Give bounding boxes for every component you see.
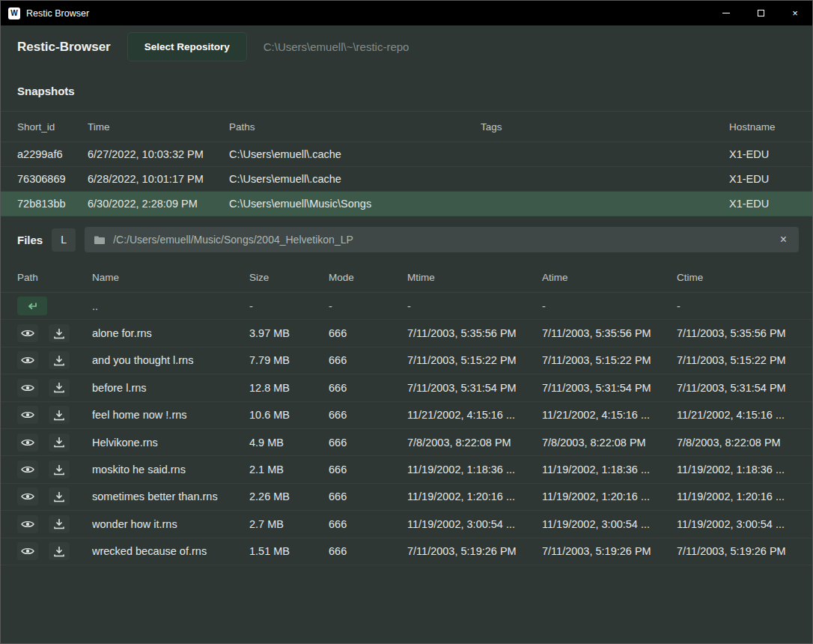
snapshot-hostname: X1-EDU [729,198,812,210]
download-file-button[interactable] [49,487,70,505]
file-atime: 7/11/2003, 5:15:22 PM [542,354,677,366]
file-size: 10.6 MB [249,409,329,421]
file-mode: 666 [329,464,407,476]
preview-file-button[interactable] [17,406,38,424]
download-icon [53,464,65,476]
file-atime: 11/21/2002, 4:15:16 ... [542,409,677,421]
file-size: - [249,300,329,312]
preview-file-button[interactable] [17,542,38,560]
folder-icon [94,235,106,245]
snapshot-row[interactable]: a2299af6 6/27/2022, 10:03:32 PM C:\Users… [1,142,812,167]
file-ctime: 11/21/2002, 4:15:16 ... [677,409,812,421]
file-mode: 666 [329,409,407,421]
preview-file-button[interactable] [17,515,38,533]
file-name: .. [92,300,249,312]
go-up-directory-button[interactable] [17,297,47,315]
eye-icon [21,355,34,365]
download-icon [53,355,65,366]
file-ctime: 11/19/2002, 1:20:16 ... [677,490,812,502]
file-mode: 666 [329,545,407,557]
download-icon [53,518,65,529]
file-atime: 7/11/2003, 5:19:26 PM [542,545,677,557]
file-mode: 666 [329,382,407,394]
eye-icon [21,464,34,475]
current-path-text: /C:/Users/emuell/Music/Songs/2004_Helvet… [113,234,769,246]
download-file-button[interactable] [49,542,70,560]
file-atime: 11/19/2002, 1:20:16 ... [542,490,677,502]
file-row[interactable]: wonder how it.rns 2.7 MB 666 11/19/2002,… [1,511,812,538]
file-row[interactable]: feel home now !.rns 10.6 MB 666 11/21/20… [1,402,812,429]
file-size: 2.1 MB [249,464,329,476]
preview-file-button[interactable] [17,487,38,505]
download-file-button[interactable] [49,461,70,479]
col-ctime: Ctime [677,272,812,283]
file-row[interactable]: sometimes better than.rns 2.26 MB 666 11… [1,484,812,511]
download-icon [53,382,65,393]
files-table: .. - - - - - alone for.rns 3.97 MB 666 7… [1,293,812,565]
file-size: 3.97 MB [249,327,329,339]
clear-path-button[interactable]: × [777,232,790,247]
file-atime: 11/19/2002, 1:18:36 ... [542,464,677,476]
preview-file-button[interactable] [17,324,38,342]
preview-file-button[interactable] [17,434,38,452]
snapshot-row[interactable]: 76306869 6/28/2022, 10:01:17 PM C:\Users… [1,167,812,192]
col-mode: Mode [329,272,407,283]
download-file-button[interactable] [49,379,70,397]
parent-directory-row[interactable]: .. - - - - - [1,293,812,320]
file-row[interactable]: before l.rns 12.8 MB 666 7/11/2003, 5:31… [1,374,812,401]
minimize-button[interactable] [709,1,743,25]
file-row[interactable]: Helvikone.rns 4.9 MB 666 7/8/2003, 8:22:… [1,429,812,456]
file-row[interactable]: alone for.rns 3.97 MB 666 7/11/2003, 5:3… [1,320,812,347]
file-mtime: - [407,300,542,312]
download-file-button[interactable] [49,324,70,342]
download-file-button[interactable] [49,351,70,369]
snapshot-short-id: 72b813bb [17,198,88,210]
eye-icon [21,437,34,448]
drive-select-button[interactable]: L [52,228,76,252]
download-file-button[interactable] [49,406,70,424]
file-name: Helvikone.rns [92,437,249,449]
preview-file-button[interactable] [17,379,38,397]
file-mtime: 7/11/2003, 5:31:54 PM [407,382,542,394]
download-file-button[interactable] [49,434,70,452]
snapshot-hostname: X1-EDU [729,148,812,160]
snapshot-row-selected[interactable]: 72b813bb 6/30/2022, 2:28:09 PM C:\Users\… [1,192,812,216]
file-ctime: - [677,300,812,312]
maximize-button[interactable] [743,1,778,25]
snapshot-paths: C:\Users\emuell\.cache [229,148,481,160]
file-row[interactable]: and you thought l.rns 7.79 MB 666 7/11/2… [1,347,812,374]
file-atime: 11/19/2002, 3:00:54 ... [542,518,677,530]
preview-file-button[interactable] [17,461,38,479]
col-name: Name [92,272,249,283]
select-repository-button[interactable]: Select Repository [127,32,247,61]
file-ctime: 7/8/2003, 8:22:08 PM [677,437,812,449]
snapshot-time: 6/30/2022, 2:28:09 PM [88,198,229,210]
file-ctime: 11/19/2002, 1:18:36 ... [677,464,812,476]
file-size: 1.51 MB [249,545,329,557]
file-row[interactable]: moskito he said.rns 2.1 MB 666 11/19/200… [1,456,812,483]
download-file-button[interactable] [49,515,70,533]
col-atime: Atime [542,272,677,283]
preview-file-button[interactable] [17,351,38,369]
titlebar: W Restic Browser × [1,1,812,25]
file-ctime: 7/11/2003, 5:31:54 PM [677,382,812,394]
snapshot-hostname: X1-EDU [729,173,812,185]
snapshots-table-header: Short_id Time Paths Tags Hostname [1,111,812,142]
file-mode: 666 [329,490,407,502]
file-size: 2.26 MB [249,490,329,502]
file-mode: 666 [329,354,407,366]
download-icon [53,328,65,339]
file-name: and you thought l.rns [92,354,249,366]
download-icon [53,437,65,448]
file-size: 7.79 MB [249,354,329,366]
app-logo-icon: W [8,7,20,19]
col-paths: Paths [229,121,481,133]
file-mode: 666 [329,437,407,449]
close-button[interactable]: × [778,1,812,25]
files-bar: Files L /C:/Users/emuell/Music/Songs/200… [1,216,812,263]
file-row[interactable]: wrecked because of.rns 1.51 MB 666 7/11/… [1,538,812,565]
file-size: 4.9 MB [249,437,329,449]
current-path-bar[interactable]: /C:/Users/emuell/Music/Songs/2004_Helvet… [85,227,799,252]
snapshot-paths: C:\Users\emuell\Music\Songs [229,198,481,210]
files-table-header: Path Name Size Mode Mtime Atime Ctime [1,263,812,293]
